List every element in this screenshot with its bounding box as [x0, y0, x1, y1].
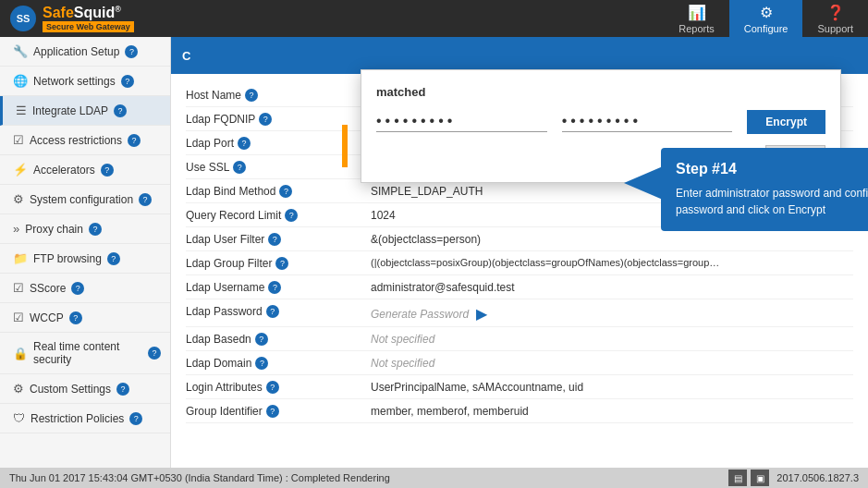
header: SS SafeSquid® Secure Web Gateway 📊 Repor… — [0, 0, 868, 37]
sidebar-item-wccp[interactable]: ☑ WCCP ? — [0, 303, 170, 333]
nav-reports[interactable]: 📊 Reports — [664, 0, 729, 37]
sidebar-item-real-time-content[interactable]: 🔒 Real time content security ? — [0, 333, 170, 374]
ftp-browsing-icon: 📁 — [13, 251, 28, 265]
network-settings-icon: 🌐 — [13, 74, 28, 88]
sidebar-item-accelerators[interactable]: ⚡ Accelerators ? — [0, 155, 170, 185]
sidebar-item-custom-settings[interactable]: ⚙ Custom Settings ? — [0, 374, 170, 404]
sidebar-item-application-setup[interactable]: 🔧 Application Setup ? — [0, 37, 170, 67]
application-setup-icon: 🔧 — [13, 44, 28, 58]
sidebar-item-restriction-policies[interactable]: 🛡 Restriction Policies ? — [0, 404, 170, 433]
application-setup-info[interactable]: ? — [125, 45, 138, 58]
reports-icon: 📊 — [688, 4, 706, 21]
sidebar-item-proxy-chain[interactable]: » Proxy chain ? — [0, 214, 170, 244]
sidebar: 🔧 Application Setup ? 🌐 Network settings… — [0, 37, 171, 488]
main-layout: 🔧 Application Setup ? 🌐 Network settings… — [0, 37, 868, 488]
proxy-chain-icon: » — [13, 222, 19, 236]
modal-inputs: ••••••••• ••••••••• Encrypt — [376, 110, 825, 134]
restriction-policies-info[interactable]: ? — [129, 412, 142, 425]
wccp-info[interactable]: ? — [69, 311, 82, 324]
real-time-info[interactable]: ? — [148, 347, 161, 360]
encrypt-button[interactable]: Encrypt — [747, 110, 825, 134]
custom-settings-info[interactable]: ? — [116, 383, 129, 396]
support-icon: ❓ — [826, 4, 845, 21]
logo-area: SS SafeSquid® Secure Web Gateway — [9, 5, 134, 32]
sidebar-item-sscore[interactable]: ☑ SScore ? — [0, 274, 170, 303]
network-settings-info[interactable]: ? — [121, 75, 134, 88]
step-tooltip: Step #14 Enter administrator password an… — [661, 148, 868, 231]
access-restrictions-info[interactable]: ? — [128, 134, 141, 147]
integrate-ldap-info[interactable]: ? — [114, 104, 127, 117]
system-config-icon: ⚙ — [13, 192, 24, 206]
nav-support[interactable]: ❓ Support — [802, 0, 868, 37]
modal-overlay: matched ••••••••• ••••••••• Encrypt Clos… — [171, 37, 868, 488]
sidebar-item-access-restrictions[interactable]: ☑ Access restrictions ? — [0, 126, 170, 155]
logo-sub: Secure Web Gateway — [43, 21, 134, 32]
logo-icon: SS — [9, 5, 37, 32]
proxy-chain-info[interactable]: ? — [89, 223, 102, 236]
ftp-browsing-info[interactable]: ? — [107, 252, 120, 265]
password-input-dots[interactable]: ••••••••• — [376, 113, 547, 132]
sscore-info[interactable]: ? — [71, 282, 84, 295]
sidebar-item-ftp-browsing[interactable]: 📁 FTP browsing ? — [0, 244, 170, 274]
custom-settings-icon: ⚙ — [13, 382, 24, 396]
header-nav: 📊 Reports ⚙ Configure ❓ Support — [664, 0, 868, 37]
modal-title: matched — [376, 85, 825, 99]
logo-name: SafeSquid® — [43, 5, 134, 21]
configure-icon: ⚙ — [760, 4, 773, 21]
sidebar-item-network-settings[interactable]: 🌐 Network settings ? — [0, 67, 170, 96]
confirm-input-dots[interactable]: ••••••••• — [562, 113, 733, 132]
step-title: Step #14 — [676, 161, 868, 177]
sidebar-item-integrate-ldap[interactable]: ☰ Integrate LDAP ? — [0, 96, 170, 126]
sscore-icon: ☑ — [13, 281, 24, 295]
wccp-icon: ☑ — [13, 311, 24, 324]
step-description: Enter administrator password and confirm… — [676, 185, 868, 218]
svg-text:SS: SS — [17, 13, 31, 24]
sidebar-item-system-configuration[interactable]: ⚙ System configuration ? — [0, 185, 170, 214]
accelerators-icon: ⚡ — [13, 163, 28, 177]
access-restrictions-icon: ☑ — [13, 133, 24, 147]
accelerators-info[interactable]: ? — [101, 164, 114, 177]
system-config-info[interactable]: ? — [139, 193, 152, 206]
real-time-icon: 🔒 — [13, 347, 28, 360]
restriction-policies-icon: 🛡 — [13, 411, 25, 425]
integrate-ldap-icon: ☰ — [16, 104, 27, 117]
main-content: C Host Name ? Not specified Ldap FQDNIP … — [171, 37, 868, 488]
nav-configure[interactable]: ⚙ Configure — [729, 0, 803, 37]
